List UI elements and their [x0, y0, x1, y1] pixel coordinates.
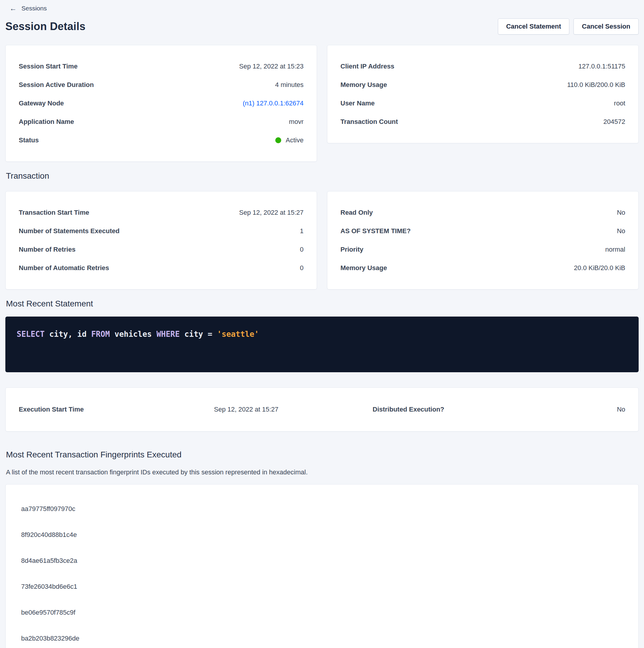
page-header: Session Details Cancel Statement Cancel … [5, 18, 639, 35]
as-of-system-time-value: No [617, 227, 625, 235]
session-active-duration-label: Session Active Duration [19, 81, 94, 89]
as-of-system-time-row: AS OF SYSTEM TIME?No [341, 222, 625, 240]
number-of-statements-executed-row: Number of Statements Executed1 [19, 222, 303, 240]
breadcrumb-label: Sessions [21, 5, 47, 12]
transaction-start-time-value: Sep 12, 2022 at 15:27 [239, 209, 303, 216]
sql-token-keyword: WHERE [157, 330, 180, 339]
fingerprints-description: A list of the most recent transaction fi… [6, 469, 639, 476]
cancel-session-button[interactable]: Cancel Session [574, 18, 639, 35]
session-details-page: ← Sessions Session Details Cancel Statem… [0, 0, 644, 648]
as-of-system-time-label: AS OF SYSTEM TIME? [341, 227, 411, 235]
memory-usage-label: Memory Usage [341, 81, 387, 89]
sql-token-keyword: SELECT [17, 330, 45, 339]
application-name-value: movr [289, 118, 303, 126]
number-of-automatic-retries-value: 0 [300, 264, 303, 272]
fingerprint-item: 8d4ae61a5fb3ce2a [6, 548, 638, 574]
session-start-time-value: Sep 12, 2022 at 15:23 [239, 62, 303, 70]
status-active-dot [275, 137, 281, 143]
status-row: StatusActive [19, 131, 303, 150]
transaction-count-row: Transaction Count204572 [341, 113, 625, 131]
sql-token-plain: vehicles [110, 330, 157, 339]
sql-token-string: 'seattle' [217, 330, 259, 339]
status-text: Active [286, 137, 303, 144]
memory-usage-row: Memory Usage110.0 KiB/200.0 KiB [341, 76, 625, 94]
priority-row: Prioritynormal [341, 240, 625, 259]
user-name-row: User Nameroot [341, 94, 625, 113]
distributed-execution-label: Distributed Execution? [322, 406, 474, 413]
sql-token-keyword: FROM [91, 330, 110, 339]
memory-usage-value: 20.0 KiB/20.0 KiB [574, 264, 625, 272]
execution-start-time-value: Sep 12, 2022 at 15:27 [171, 406, 322, 413]
execution-start-time-label: Execution Start Time [19, 406, 171, 413]
page-title: Session Details [5, 20, 85, 33]
sql-statement: SELECT city, id FROM vehicles WHERE city… [17, 330, 259, 339]
statement-section-title: Most Recent Statement [6, 299, 639, 309]
transaction-flags-card: Read OnlyNoAS OF SYSTEM TIME?NoPriorityn… [327, 191, 639, 289]
transaction-start-time-row: Transaction Start TimeSep 12, 2022 at 15… [19, 203, 303, 222]
client-ip-address-row: Client IP Address127.0.0.1:51175 [341, 57, 625, 76]
read-only-row: Read OnlyNo [341, 203, 625, 222]
read-only-value: No [617, 209, 625, 216]
fingerprints-list-card: aa79775ff097970c8f920c40d88b1c4e8d4ae61a… [5, 484, 639, 648]
transaction-info-card: Transaction Start TimeSep 12, 2022 at 15… [5, 191, 317, 289]
memory-usage-label: Memory Usage [341, 264, 387, 272]
back-arrow-icon: ← [9, 5, 17, 12]
user-name-value: root [614, 100, 625, 107]
number-of-automatic-retries-label: Number of Automatic Retries [19, 264, 109, 272]
client-ip-address-value: 127.0.0.1:51175 [579, 62, 625, 70]
number-of-retries-row: Number of Retries0 [19, 240, 303, 259]
session-start-time-row: Session Start TimeSep 12, 2022 at 15:23 [19, 57, 303, 76]
gateway-node-label: Gateway Node [19, 100, 64, 107]
sql-token-plain: city = [180, 330, 217, 339]
fingerprints-section-title: Most Recent Transaction Fingerprints Exe… [6, 450, 639, 460]
transaction-cards-row: Transaction Start TimeSep 12, 2022 at 15… [5, 191, 639, 289]
number-of-statements-executed-label: Number of Statements Executed [19, 227, 120, 235]
back-to-sessions-link[interactable]: ← Sessions [5, 5, 47, 12]
gateway-node-row: Gateway Node(n1) 127.0.0.1:62674 [19, 94, 303, 113]
application-name-label: Application Name [19, 118, 74, 126]
sql-statement-box: SELECT city, id FROM vehicles WHERE city… [5, 317, 639, 372]
cancel-statement-button[interactable]: Cancel Statement [498, 18, 570, 35]
memory-usage-value: 110.0 KiB/200.0 KiB [567, 81, 625, 89]
fingerprint-item: 8f920c40d88b1c4e [6, 522, 638, 548]
status-label: Status [19, 137, 39, 144]
number-of-retries-value: 0 [300, 246, 303, 254]
sql-token-plain: city, id [45, 330, 92, 339]
header-actions: Cancel Statement Cancel Session [498, 18, 639, 35]
session-active-duration-value: 4 minutes [275, 81, 303, 89]
fingerprint-item: ba2b203b823296de [6, 626, 638, 648]
user-name-label: User Name [341, 100, 375, 107]
distributed-execution-value: No [474, 406, 626, 413]
status-value: Active [275, 137, 303, 144]
session-info-card: Session Start TimeSep 12, 2022 at 15:23S… [5, 45, 317, 162]
fingerprint-item: aa79775ff097970c [6, 496, 638, 522]
priority-value: normal [605, 246, 625, 254]
fingerprint-item: 73fe26034bd6e6c1 [6, 574, 638, 599]
execution-info-card: Execution Start Time Sep 12, 2022 at 15:… [5, 387, 639, 432]
number-of-retries-label: Number of Retries [19, 246, 75, 254]
session-start-time-label: Session Start Time [19, 62, 78, 70]
session-active-duration-row: Session Active Duration4 minutes [19, 76, 303, 94]
transaction-count-label: Transaction Count [341, 118, 398, 126]
fingerprint-item: be06e9570f785c9f [6, 599, 638, 626]
memory-usage-row: Memory Usage20.0 KiB/20.0 KiB [341, 259, 625, 277]
transaction-section-title: Transaction [6, 171, 639, 181]
client-ip-address-label: Client IP Address [341, 62, 394, 70]
number-of-automatic-retries-row: Number of Automatic Retries0 [19, 259, 303, 277]
priority-label: Priority [341, 246, 363, 254]
client-info-card: Client IP Address127.0.0.1:51175Memory U… [327, 45, 639, 143]
session-cards-row: Session Start TimeSep 12, 2022 at 15:23S… [5, 45, 639, 162]
transaction-start-time-label: Transaction Start Time [19, 209, 89, 216]
gateway-node-link[interactable]: (n1) 127.0.0.1:62674 [243, 100, 303, 107]
transaction-count-value: 204572 [603, 118, 625, 126]
number-of-statements-executed-value: 1 [300, 227, 303, 235]
read-only-label: Read Only [341, 209, 373, 216]
application-name-row: Application Namemovr [19, 113, 303, 131]
